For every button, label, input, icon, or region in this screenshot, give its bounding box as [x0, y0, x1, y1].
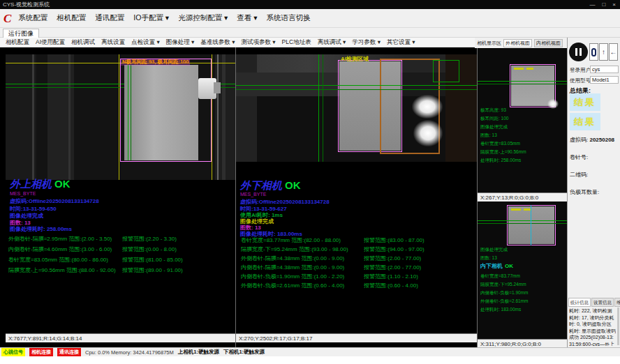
- tool-plc-address[interactable]: PLC地址表: [282, 38, 311, 47]
- thumb-area-label: 相机显示区: [477, 40, 501, 47]
- measurement-row: 内侧卷针-隔膜=4.60mm 范围:(3.00 - 6.00) 报警范围:(0.…: [8, 245, 233, 252]
- camera-view-outer-upper[interactable]: N极耳间距:93, 极耳间距:100: [6, 54, 235, 180]
- thumb-text-line: 图像处理完成: [480, 247, 508, 253]
- result-badge-lower: 结果: [570, 113, 600, 130]
- tool-camera-config[interactable]: 相机配置: [6, 38, 29, 47]
- tool-test-params[interactable]: 测试项参数 ▾: [241, 38, 275, 47]
- tool-learn-params[interactable]: 学习参数 ▾: [352, 38, 381, 47]
- alarm-range: 报警范围:(2.00 - 77.00): [364, 255, 421, 262]
- login-user-field[interactable]: cys: [590, 66, 619, 73]
- lower-camera-trigger-status: 下相机1:硬触发源: [223, 349, 265, 356]
- measurement-value: 内侧卷针-负极=1.90mm 范围:(1.00 - 2.20): [241, 273, 344, 280]
- measurement-row: 内侧卷针-负极=1.90mm 范围:(1.00 - 2.20) 报警范围:(1.…: [241, 273, 475, 280]
- model-field[interactable]: Model1: [590, 76, 619, 84]
- thumb-text-line: 图数: 13: [480, 132, 497, 139]
- capture-icon: [591, 48, 596, 56]
- overlay-value-tag: [526, 68, 533, 70]
- minimize-icon[interactable]: —: [589, 1, 595, 8]
- camera-thumb-inner-lower[interactable]: 图像处理完成 图数: 13 内下相机OK 卷针宽度=83.77mm 隔膜宽度-下…: [478, 202, 567, 339]
- overlay-value-tag: [524, 208, 531, 211]
- measurement-row: 外侧卷针-隔膜=2.95mm 范围:(2.00 - 3.50) 报警范围:(2.…: [8, 235, 233, 242]
- alarm-range: 报警范围:(0.00 - 8.00): [122, 245, 177, 253]
- measure-line-green: [128, 65, 128, 160]
- statistics-log: 耗时: 222, 读码检测耗时: 17, 读码分类耗时: 0, 读码提取分区耗时…: [569, 308, 616, 346]
- menu-io-config[interactable]: IO手配置 ▾: [133, 13, 169, 23]
- close-icon[interactable]: ×: [612, 1, 616, 8]
- measure-line-green: [323, 54, 323, 162]
- thumb-text-line: 隔膜宽度-下=95.24mm: [480, 282, 526, 288]
- tab-barcode-info[interactable]: 维码信息: [614, 298, 620, 307]
- tool-ai-config[interactable]: AI使用配置: [36, 38, 65, 47]
- menu-view[interactable]: 查看 ▾: [237, 13, 257, 23]
- menu-light-config[interactable]: 光源控制配置 ▾: [178, 13, 228, 23]
- tool-baseline-params[interactable]: 基准线参数 ▾: [200, 38, 235, 47]
- virtual-code-field: 虚拟码: 20250208: [570, 136, 614, 144]
- alarm-range: 报警范围:(89.00 - 91.00): [122, 266, 183, 274]
- field-label: 负极耳数量:: [570, 189, 599, 195]
- measure-line-green: [236, 89, 477, 90]
- tab-run-image[interactable]: 运行图像: [3, 29, 39, 38]
- thumb-text-line: 外侧卷针-负极=2.61mm: [480, 298, 528, 305]
- measurement-value: 内侧卷针-隔膜=4.60mm 范围:(3.00 - 6.00): [8, 246, 112, 252]
- left-arrow-icon: ←: [610, 48, 617, 56]
- thumb-text-line: 处理耗时: 183.00ms: [480, 307, 521, 313]
- title-bar[interactable]: CYS-视觉检测系统 — □ ×: [0, 0, 620, 9]
- menu-camera-config[interactable]: 相机配置: [57, 13, 86, 23]
- thumb-text-line: 极耳高度: 93: [480, 107, 506, 114]
- panel-tabs: 统计信息 设置信息 维码信息: [568, 298, 620, 307]
- measurement-row: 外侧卷针-负极=2.61mm 范围:(0.60 - 4.00) 报警范围:(0.…: [241, 282, 475, 289]
- snapshot-button[interactable]: [589, 43, 598, 61]
- maximize-icon[interactable]: □: [602, 1, 605, 8]
- alarm-range: 报警范围:(2.20 - 3.30): [122, 235, 177, 243]
- tab-inner-cameras[interactable]: 内相机视图: [534, 39, 563, 47]
- tool-other-settings[interactable]: 其它设置 ▾: [387, 38, 415, 47]
- upper-camera-trigger-status: 上相机1:硬触发源: [178, 349, 219, 356]
- tab-statistics-info[interactable]: 统计信息: [568, 298, 591, 307]
- reflection-highlight: [412, 95, 443, 119]
- needle-number-field: 卷针号:: [570, 153, 588, 161]
- measurement-row: 卷针宽度=83.05mm 范围:(80.00 - 86.00) 报警范围:(81…: [8, 256, 233, 263]
- tab-settings-info[interactable]: 设置信息: [591, 298, 614, 307]
- tool-spot-check[interactable]: 点检设置 ▾: [131, 38, 160, 47]
- measurement-row: 隔膜宽度-上=90.56mm 范围:(88.00 - 92.00) 报警范围:(…: [8, 266, 233, 273]
- roi-box-green: [433, 60, 459, 82]
- tool-offline-settings[interactable]: 离线设置: [101, 38, 125, 47]
- machinery-edge: [217, 54, 219, 180]
- camera-thumb-inner-upper[interactable]: 极耳高度: 93 极耳间距: 100 图像处理完成 图数: 13 卷针宽度=83…: [478, 49, 567, 192]
- alarm-range: 报警范围:(2.00 - 77.00): [364, 264, 421, 271]
- machinery-band: [236, 54, 257, 162]
- status-bar: 心跳信号 相机连接 通讯连接 Cpu: 0.0% Memory: 3424.41…: [0, 347, 620, 356]
- return-button[interactable]: ←: [609, 43, 618, 61]
- tool-camera-debug[interactable]: 相机调试: [71, 38, 95, 47]
- machinery-edge: [68, 54, 71, 180]
- upload-button[interactable]: ↑: [599, 43, 608, 61]
- menu-bar: C 系统配置 相机配置 通讯配置 IO手配置 ▾ 光源控制配置 ▾ 查看 ▾ 系…: [0, 9, 620, 28]
- thumb-text-line: 图数: 13: [480, 255, 497, 261]
- log-scrollbar[interactable]: [617, 308, 619, 345]
- measure-line-green: [478, 220, 567, 221]
- menu-comm-config[interactable]: 通讯配置: [95, 13, 124, 23]
- measurement-value: 外侧卷针-隔膜=2.95mm 范围:(2.00 - 3.50): [8, 236, 112, 242]
- camera-name: 外下相机: [240, 179, 282, 191]
- measurement-row: 隔膜宽度-下=95.24mm 范围:(93.00 - 98.00) 报警范围:(…: [241, 245, 475, 252]
- tab-outer-cameras[interactable]: 外相机视图: [503, 39, 532, 47]
- machinery-edge: [32, 54, 34, 180]
- measure-line-green: [478, 81, 567, 82]
- right-result-title: 外下相机OK: [240, 179, 301, 192]
- measure-line-green: [318, 54, 319, 162]
- measure-line-green: [131, 65, 131, 160]
- camera-view-outer-lower[interactable]: AI检测区域: [236, 54, 477, 162]
- thumb-text-line: 卷针宽度=83.05mm: [480, 141, 520, 147]
- tool-image-processing[interactable]: 图像处理 ▾: [166, 38, 195, 47]
- thumb-top-cursor-status: X:267;Y:13;R:0;G:0;B:0: [478, 192, 567, 202]
- thumb-text-line: 处理耗时: 258.00ms: [480, 158, 521, 164]
- tool-offline-debug[interactable]: 离线调试 ▾: [318, 38, 346, 47]
- pause-button[interactable]: [569, 43, 588, 61]
- menu-language-switch[interactable]: 系统语言切换: [267, 13, 311, 23]
- menu-system-config[interactable]: 系统配置: [18, 13, 47, 23]
- alarm-range: 报警范围:(81.00 - 85.00): [122, 256, 183, 264]
- measurement-value: 隔膜宽度-下=95.24mm 范围:(93.00 - 98.00): [241, 246, 348, 252]
- qr-code-field: 二维码:: [570, 171, 588, 179]
- machinery-edge: [222, 54, 226, 180]
- left-cursor-status: X:7677;Y:891;R:14;G:14;B:14: [6, 333, 235, 342]
